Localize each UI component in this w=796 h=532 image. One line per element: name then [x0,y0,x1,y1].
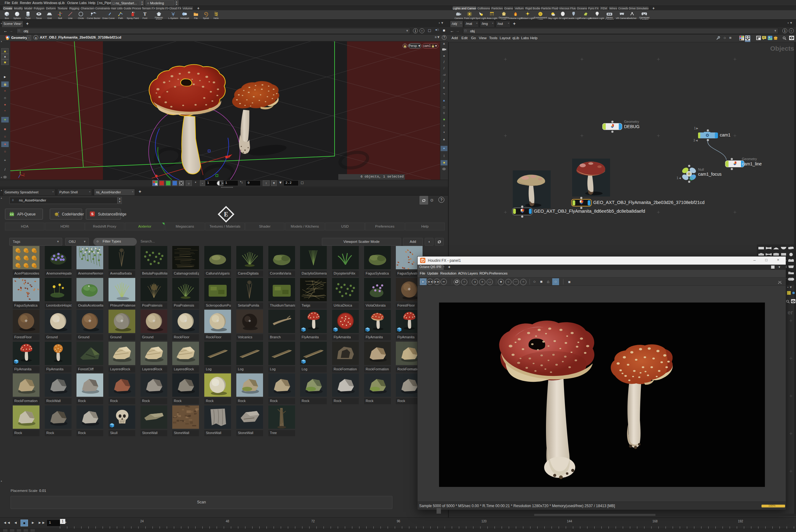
svg-text:168: 168 [652,519,658,523]
svg-text:24: 24 [140,519,144,523]
svg-text:120: 120 [481,519,487,523]
svg-text:192: 192 [738,519,743,523]
svg-text:S: S [91,212,93,216]
svg-text:E: E [224,211,228,217]
svg-text:96: 96 [397,519,400,523]
svg-text:T: T [143,12,147,17]
svg-text:144: 144 [567,519,572,523]
svg-text:48: 48 [226,519,229,523]
svg-text:72: 72 [311,519,315,523]
svg-text:y: y [20,171,21,174]
svg-text:x: x [23,173,24,175]
